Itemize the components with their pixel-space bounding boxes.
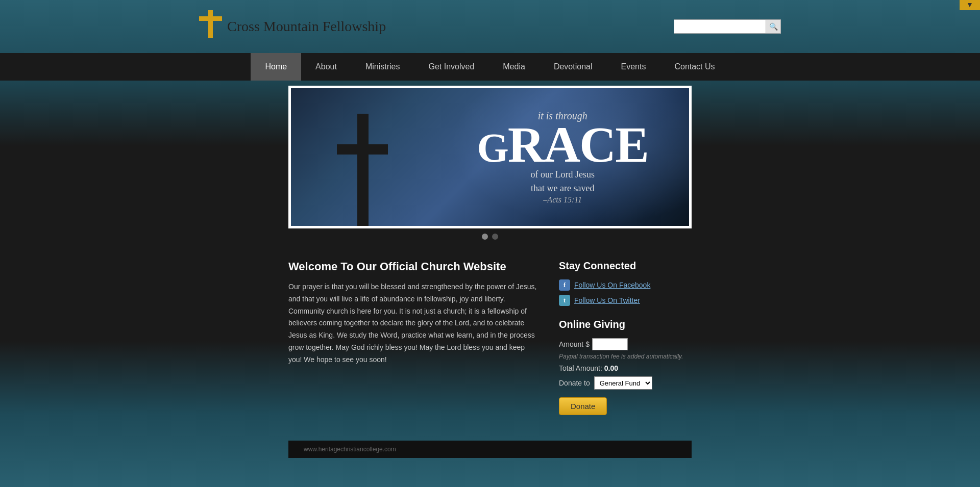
slider-dots xyxy=(288,228,692,245)
donate-to-row: Donate to General Fund xyxy=(559,376,692,390)
hero-text-area: it is through GRACE of our Lord Jesus th… xyxy=(477,110,648,204)
nav-item-home[interactable]: Home xyxy=(251,53,301,81)
search-input[interactable] xyxy=(674,19,766,34)
facebook-label: Follow Us On Facebook xyxy=(574,281,650,289)
header: Cross Mountain Fellowship 🔍 xyxy=(0,0,980,53)
search-icon: 🔍 xyxy=(769,22,778,31)
giving-title: Online Giving xyxy=(559,319,692,330)
nav-item-devotional[interactable]: Devotional xyxy=(540,53,607,81)
hero-subtitle-line2: that we are saved xyxy=(477,182,648,195)
svg-rect-0 xyxy=(208,10,213,38)
site-title: Cross Mountain Fellowship xyxy=(227,18,386,35)
nav-item-events[interactable]: Events xyxy=(607,53,660,81)
paypal-note: Paypal transaction fee is added automati… xyxy=(559,353,692,360)
chevron-down-icon: ▼ xyxy=(966,1,973,9)
col-right: Stay Connected f Follow Us On Facebook t… xyxy=(549,245,692,430)
logo-area: Cross Mountain Fellowship xyxy=(199,10,386,43)
center-wrapper: it is through GRACE of our Lord Jesus th… xyxy=(0,81,980,458)
hero-verse: –Acts 15:11 xyxy=(477,195,648,204)
giving-section: Online Giving Amount $ Paypal transactio… xyxy=(559,319,692,415)
hero-slide: it is through GRACE of our Lord Jesus th… xyxy=(291,88,689,226)
hero-grace-title: GRACE xyxy=(477,122,648,168)
hero-slider: it is through GRACE of our Lord Jesus th… xyxy=(288,86,692,228)
twitter-label: Follow Us On Twitter xyxy=(574,296,640,304)
navbar: Home About Ministries Get Involved Media… xyxy=(0,53,980,81)
svg-rect-1 xyxy=(199,16,222,21)
grace-rest: RACE xyxy=(508,116,648,173)
twitter-icon: t xyxy=(559,295,570,306)
footer-bar: www.heritagechristiancollege.com xyxy=(288,441,692,458)
facebook-icon: f xyxy=(559,279,570,291)
amount-input[interactable] xyxy=(592,338,628,350)
nav-item-contact[interactable]: Contact Us xyxy=(660,53,729,81)
amount-label: Amount $ xyxy=(559,340,590,348)
total-value: 0.00 xyxy=(604,364,618,372)
amount-row: Amount $ xyxy=(559,338,692,350)
main-container: it is through GRACE of our Lord Jesus th… xyxy=(288,81,692,458)
search-button[interactable]: 🔍 xyxy=(766,19,781,34)
two-col: Welcome To Our Official Church Website O… xyxy=(288,245,692,430)
total-row: Total Amount: 0.00 xyxy=(559,364,692,372)
slider-dot-2[interactable] xyxy=(492,234,498,240)
nav-item-media[interactable]: Media xyxy=(488,53,540,81)
twitter-link[interactable]: t Follow Us On Twitter xyxy=(559,295,692,306)
grace-letter-g: G xyxy=(477,125,507,170)
total-label: Total Amount: xyxy=(559,364,602,372)
donate-select[interactable]: General Fund xyxy=(594,376,652,390)
scroll-indicator[interactable]: ▼ xyxy=(960,0,980,10)
footer-url: www.heritagechristiancollege.com xyxy=(304,446,396,453)
cross-silhouette xyxy=(332,104,393,226)
donate-to-label: Donate to xyxy=(559,379,590,387)
welcome-body: Our prayer is that you will be blessed a… xyxy=(288,281,538,366)
nav-item-get-involved[interactable]: Get Involved xyxy=(414,53,488,81)
slider-dot-1[interactable] xyxy=(482,234,488,240)
nav-inner: Home About Ministries Get Involved Media… xyxy=(251,53,729,81)
facebook-link[interactable]: f Follow Us On Facebook xyxy=(559,279,692,291)
col-left: Welcome To Our Official Church Website O… xyxy=(288,245,549,430)
stay-connected-title: Stay Connected xyxy=(559,260,692,272)
nav-item-about[interactable]: About xyxy=(301,53,351,81)
nav-item-ministries[interactable]: Ministries xyxy=(351,53,414,81)
welcome-title: Welcome To Our Official Church Website xyxy=(288,260,538,273)
donate-button[interactable]: Donate xyxy=(559,397,607,415)
logo-cross-icon xyxy=(199,10,222,43)
search-area: 🔍 xyxy=(674,19,781,34)
